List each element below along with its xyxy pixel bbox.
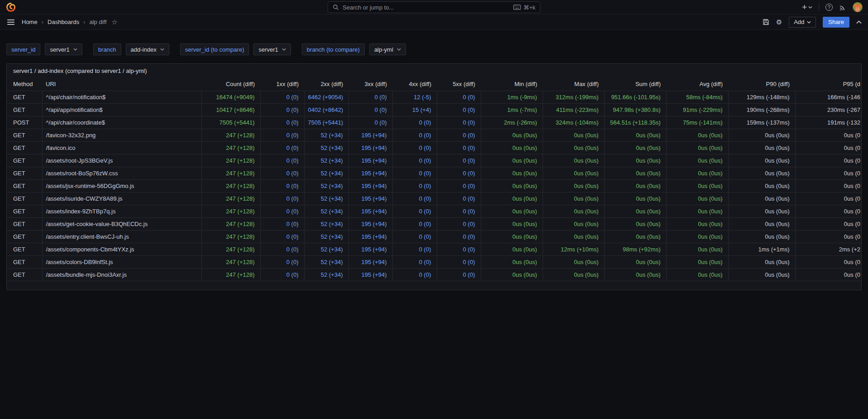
table-cell: 195 (+94): [348, 167, 392, 179]
table-cell: 0 (0): [260, 205, 304, 217]
table-cell: 0us (0: [795, 192, 861, 205]
add-button[interactable]: Add: [789, 17, 816, 28]
table-cell: 0 (0): [392, 255, 437, 268]
save-icon[interactable]: [763, 19, 769, 25]
table-cell: 0us (0us): [666, 154, 728, 167]
column-header[interactable]: Count (diff): [201, 77, 260, 91]
table-cell: 0us (0: [795, 255, 861, 268]
grafana-logo-icon[interactable]: [5, 2, 16, 13]
column-header[interactable]: 5xx (diff): [437, 77, 481, 91]
breadcrumb: Home › Dashboards › alp diff ☆: [22, 18, 118, 26]
stats-panel: server1 / add-index (compared to server1…: [6, 63, 862, 290]
variable-value-branch[interactable]: add-index: [126, 43, 169, 55]
table-cell: 16474 (+9049): [201, 91, 260, 103]
table-cell: 0 (0): [260, 255, 304, 268]
table-row: GET/assets/index-9ZhTBp7q.js247 (+128)0 …: [7, 205, 861, 217]
table-cell: /assets/isuride-CWZY8A89.js: [42, 192, 201, 205]
column-header[interactable]: 3xx (diff): [348, 77, 392, 91]
table-cell: 0us (0us): [728, 192, 795, 205]
table-cell: 0us (0us): [728, 268, 795, 281]
settings-icon[interactable]: ⚙: [776, 19, 782, 25]
table-cell: /assets/jsx-runtime-56DGgGmo.js: [42, 179, 201, 192]
table-cell: 2ms (+2: [795, 243, 861, 255]
variables-row: server_id server1 branch add-index serve…: [6, 43, 862, 55]
variable-value-server-id[interactable]: server1: [45, 43, 82, 55]
variable-label-branch: branch: [93, 43, 121, 55]
column-header[interactable]: P95 (d: [795, 77, 861, 91]
menu-icon[interactable]: [6, 18, 17, 27]
table-row: GET/assets/root-JpS3BGeV.js247 (+128)0 (…: [7, 154, 861, 167]
table-cell: 12ms (+10ms): [543, 243, 604, 255]
table-row: GET/favicon.ico247 (+128)0 (0)52 (+34)19…: [7, 141, 861, 154]
table-cell: GET: [7, 205, 42, 217]
table-cell: 0us (0us): [728, 154, 795, 167]
column-header[interactable]: Max (diff): [543, 77, 604, 91]
column-header[interactable]: URI: [42, 77, 201, 91]
table-cell: 0 (0): [437, 167, 481, 179]
column-header[interactable]: Method: [7, 77, 42, 91]
table-cell: 0 (0): [260, 116, 304, 129]
table-cell: 0 (0): [348, 103, 392, 116]
table-cell: 0us (0us): [604, 268, 666, 281]
table-cell: 195 (+94): [348, 217, 392, 230]
table-cell: 52 (+34): [304, 205, 348, 217]
table-cell: 0us (0us): [604, 217, 666, 230]
table-cell: 0us (0us): [604, 129, 666, 141]
table-cell: 1ms (+1ms): [728, 243, 795, 255]
table-row: GET/assets/get-cookie-value-B3QhECDc.js2…: [7, 217, 861, 230]
column-header[interactable]: P90 (diff): [728, 77, 795, 91]
table-cell: 0 (0): [260, 154, 304, 167]
table-cell: 247 (+128): [201, 243, 260, 255]
variable-value-server-id-compare[interactable]: server1: [253, 43, 291, 55]
table-cell: 52 (+34): [304, 167, 348, 179]
breadcrumb-home[interactable]: Home: [22, 19, 38, 25]
table-cell: 247 (+128): [201, 217, 260, 230]
table-cell: 0us (0us): [481, 154, 543, 167]
table-cell: 0us (0us): [666, 167, 728, 179]
table-cell: 0 (0): [437, 179, 481, 192]
table-cell: 52 (+34): [304, 192, 348, 205]
table-cell: 0 (0): [260, 141, 304, 154]
table-cell: 0us (0: [795, 129, 861, 141]
keyboard-icon: [513, 5, 521, 10]
table-cell: GET: [7, 192, 42, 205]
column-header[interactable]: Min (diff): [481, 77, 543, 91]
table-cell: 0 (0): [437, 141, 481, 154]
new-menu-button[interactable]: +: [802, 3, 812, 11]
search-input[interactable]: [343, 2, 510, 13]
column-header[interactable]: Avg (diff): [666, 77, 728, 91]
table-cell: 0us (0us): [728, 255, 795, 268]
table-cell: 0us (0us): [666, 230, 728, 243]
table-cell: 0us (0us): [666, 141, 728, 154]
share-button[interactable]: Share: [823, 17, 849, 28]
chevron-down-icon: [160, 48, 164, 51]
table-cell: 52 (+34): [304, 129, 348, 141]
table-cell: 2ms (-26ms): [481, 116, 543, 129]
table-cell: 0 (0): [437, 154, 481, 167]
table-row: GET^/api/chair/notification$16474 (+9049…: [7, 91, 861, 103]
table-cell: 0 (0): [260, 230, 304, 243]
table-cell: 230ms (-267: [795, 103, 861, 116]
table-cell: 0 (0): [260, 91, 304, 103]
help-icon[interactable]: ?: [825, 4, 833, 11]
table-cell: 0us (0us): [543, 192, 604, 205]
column-header[interactable]: Sum (diff): [604, 77, 666, 91]
table-cell: /assets/root-JpS3BGeV.js: [42, 154, 201, 167]
table-row: GET/assets/entry.client-BwsCJ-uh.js247 (…: [7, 230, 861, 243]
table-cell: /assets/entry.client-BwsCJ-uh.js: [42, 230, 201, 243]
column-header[interactable]: 2xx (diff): [304, 77, 348, 91]
table-cell: 0us (0us): [728, 217, 795, 230]
dashboard-toolbar: Home › Dashboards › alp diff ☆ ⚙ Add Sha…: [0, 14, 868, 30]
rss-icon[interactable]: [839, 4, 846, 11]
variable-value-branch-compare[interactable]: alp-yml: [369, 43, 406, 55]
column-header[interactable]: 4xx (diff): [392, 77, 437, 91]
avatar[interactable]: [853, 2, 863, 12]
table-cell: 247 (+128): [201, 167, 260, 179]
table-cell: /assets/index-9ZhTBp7q.js: [42, 205, 201, 217]
column-header[interactable]: 1xx (diff): [260, 77, 304, 91]
star-icon[interactable]: ☆: [112, 18, 118, 26]
table-cell: 0us (0us): [666, 255, 728, 268]
collapse-chevron-icon[interactable]: [856, 20, 862, 24]
table-cell: GET: [7, 243, 42, 255]
breadcrumb-dashboards[interactable]: Dashboards: [48, 19, 79, 25]
